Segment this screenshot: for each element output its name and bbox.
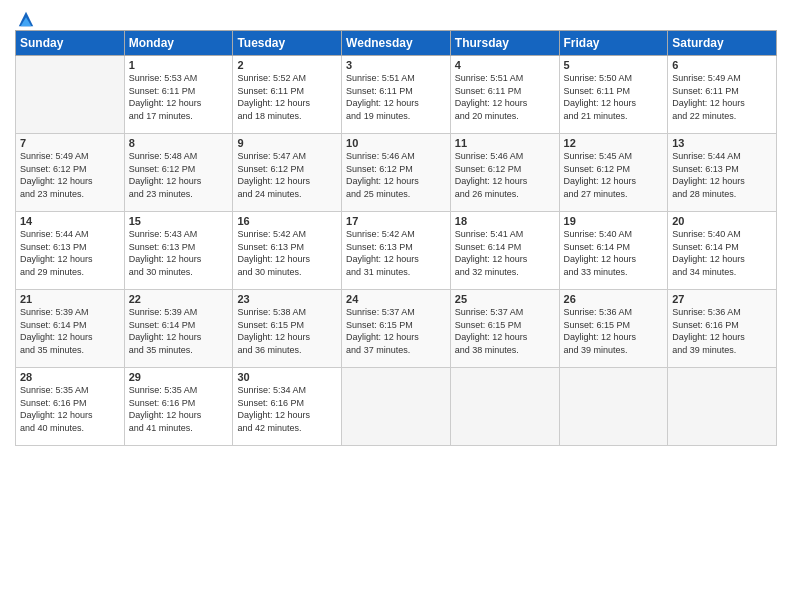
calendar-cell: 1Sunrise: 5:53 AM Sunset: 6:11 PM Daylig…: [124, 56, 233, 134]
calendar-cell: 30Sunrise: 5:34 AM Sunset: 6:16 PM Dayli…: [233, 368, 342, 446]
day-number: 14: [20, 215, 120, 227]
calendar-cell: 29Sunrise: 5:35 AM Sunset: 6:16 PM Dayli…: [124, 368, 233, 446]
col-header-sunday: Sunday: [16, 31, 125, 56]
day-number: 9: [237, 137, 337, 149]
day-number: 8: [129, 137, 229, 149]
day-info: Sunrise: 5:35 AM Sunset: 6:16 PM Dayligh…: [129, 384, 229, 434]
day-number: 4: [455, 59, 555, 71]
day-number: 16: [237, 215, 337, 227]
calendar-cell: [450, 368, 559, 446]
day-number: 28: [20, 371, 120, 383]
calendar-cell: 28Sunrise: 5:35 AM Sunset: 6:16 PM Dayli…: [16, 368, 125, 446]
calendar-header-row: SundayMondayTuesdayWednesdayThursdayFrid…: [16, 31, 777, 56]
day-info: Sunrise: 5:34 AM Sunset: 6:16 PM Dayligh…: [237, 384, 337, 434]
calendar-cell: 2Sunrise: 5:52 AM Sunset: 6:11 PM Daylig…: [233, 56, 342, 134]
calendar-cell: 13Sunrise: 5:44 AM Sunset: 6:13 PM Dayli…: [668, 134, 777, 212]
day-info: Sunrise: 5:49 AM Sunset: 6:12 PM Dayligh…: [20, 150, 120, 200]
col-header-saturday: Saturday: [668, 31, 777, 56]
calendar-cell: 21Sunrise: 5:39 AM Sunset: 6:14 PM Dayli…: [16, 290, 125, 368]
day-number: 6: [672, 59, 772, 71]
day-number: 17: [346, 215, 446, 227]
calendar-cell: 14Sunrise: 5:44 AM Sunset: 6:13 PM Dayli…: [16, 212, 125, 290]
calendar-cell: 17Sunrise: 5:42 AM Sunset: 6:13 PM Dayli…: [342, 212, 451, 290]
calendar-cell: 10Sunrise: 5:46 AM Sunset: 6:12 PM Dayli…: [342, 134, 451, 212]
calendar-cell: 26Sunrise: 5:36 AM Sunset: 6:15 PM Dayli…: [559, 290, 668, 368]
day-info: Sunrise: 5:36 AM Sunset: 6:16 PM Dayligh…: [672, 306, 772, 356]
calendar-week-row: 14Sunrise: 5:44 AM Sunset: 6:13 PM Dayli…: [16, 212, 777, 290]
day-info: Sunrise: 5:44 AM Sunset: 6:13 PM Dayligh…: [672, 150, 772, 200]
calendar-cell: 18Sunrise: 5:41 AM Sunset: 6:14 PM Dayli…: [450, 212, 559, 290]
day-info: Sunrise: 5:47 AM Sunset: 6:12 PM Dayligh…: [237, 150, 337, 200]
day-number: 11: [455, 137, 555, 149]
calendar-cell: 12Sunrise: 5:45 AM Sunset: 6:12 PM Dayli…: [559, 134, 668, 212]
day-info: Sunrise: 5:46 AM Sunset: 6:12 PM Dayligh…: [346, 150, 446, 200]
calendar-cell: 19Sunrise: 5:40 AM Sunset: 6:14 PM Dayli…: [559, 212, 668, 290]
calendar-cell: 5Sunrise: 5:50 AM Sunset: 6:11 PM Daylig…: [559, 56, 668, 134]
day-number: 7: [20, 137, 120, 149]
col-header-friday: Friday: [559, 31, 668, 56]
day-info: Sunrise: 5:39 AM Sunset: 6:14 PM Dayligh…: [20, 306, 120, 356]
day-number: 2: [237, 59, 337, 71]
calendar-cell: 25Sunrise: 5:37 AM Sunset: 6:15 PM Dayli…: [450, 290, 559, 368]
day-info: Sunrise: 5:46 AM Sunset: 6:12 PM Dayligh…: [455, 150, 555, 200]
calendar-week-row: 1Sunrise: 5:53 AM Sunset: 6:11 PM Daylig…: [16, 56, 777, 134]
calendar-cell: 11Sunrise: 5:46 AM Sunset: 6:12 PM Dayli…: [450, 134, 559, 212]
header: [15, 10, 777, 24]
day-info: Sunrise: 5:39 AM Sunset: 6:14 PM Dayligh…: [129, 306, 229, 356]
day-number: 23: [237, 293, 337, 305]
calendar-cell: 7Sunrise: 5:49 AM Sunset: 6:12 PM Daylig…: [16, 134, 125, 212]
calendar-week-row: 7Sunrise: 5:49 AM Sunset: 6:12 PM Daylig…: [16, 134, 777, 212]
calendar-cell: 16Sunrise: 5:42 AM Sunset: 6:13 PM Dayli…: [233, 212, 342, 290]
calendar-cell: 9Sunrise: 5:47 AM Sunset: 6:12 PM Daylig…: [233, 134, 342, 212]
day-number: 29: [129, 371, 229, 383]
day-number: 20: [672, 215, 772, 227]
day-info: Sunrise: 5:51 AM Sunset: 6:11 PM Dayligh…: [455, 72, 555, 122]
calendar-cell: 20Sunrise: 5:40 AM Sunset: 6:14 PM Dayli…: [668, 212, 777, 290]
calendar-cell: 3Sunrise: 5:51 AM Sunset: 6:11 PM Daylig…: [342, 56, 451, 134]
day-info: Sunrise: 5:45 AM Sunset: 6:12 PM Dayligh…: [564, 150, 664, 200]
col-header-wednesday: Wednesday: [342, 31, 451, 56]
day-number: 15: [129, 215, 229, 227]
day-number: 30: [237, 371, 337, 383]
calendar-week-row: 28Sunrise: 5:35 AM Sunset: 6:16 PM Dayli…: [16, 368, 777, 446]
day-number: 22: [129, 293, 229, 305]
calendar-week-row: 21Sunrise: 5:39 AM Sunset: 6:14 PM Dayli…: [16, 290, 777, 368]
calendar-cell: 15Sunrise: 5:43 AM Sunset: 6:13 PM Dayli…: [124, 212, 233, 290]
day-number: 10: [346, 137, 446, 149]
col-header-tuesday: Tuesday: [233, 31, 342, 56]
calendar-cell: [668, 368, 777, 446]
day-number: 13: [672, 137, 772, 149]
calendar-cell: [342, 368, 451, 446]
calendar-cell: [559, 368, 668, 446]
calendar-cell: 8Sunrise: 5:48 AM Sunset: 6:12 PM Daylig…: [124, 134, 233, 212]
day-info: Sunrise: 5:41 AM Sunset: 6:14 PM Dayligh…: [455, 228, 555, 278]
day-info: Sunrise: 5:48 AM Sunset: 6:12 PM Dayligh…: [129, 150, 229, 200]
day-number: 25: [455, 293, 555, 305]
calendar-cell: [16, 56, 125, 134]
calendar-table: SundayMondayTuesdayWednesdayThursdayFrid…: [15, 30, 777, 446]
day-info: Sunrise: 5:37 AM Sunset: 6:15 PM Dayligh…: [346, 306, 446, 356]
day-info: Sunrise: 5:42 AM Sunset: 6:13 PM Dayligh…: [237, 228, 337, 278]
day-number: 26: [564, 293, 664, 305]
calendar-cell: 6Sunrise: 5:49 AM Sunset: 6:11 PM Daylig…: [668, 56, 777, 134]
day-info: Sunrise: 5:40 AM Sunset: 6:14 PM Dayligh…: [564, 228, 664, 278]
day-info: Sunrise: 5:51 AM Sunset: 6:11 PM Dayligh…: [346, 72, 446, 122]
page-container: SundayMondayTuesdayWednesdayThursdayFrid…: [0, 0, 792, 612]
day-number: 5: [564, 59, 664, 71]
day-info: Sunrise: 5:53 AM Sunset: 6:11 PM Dayligh…: [129, 72, 229, 122]
col-header-monday: Monday: [124, 31, 233, 56]
day-info: Sunrise: 5:38 AM Sunset: 6:15 PM Dayligh…: [237, 306, 337, 356]
calendar-cell: 4Sunrise: 5:51 AM Sunset: 6:11 PM Daylig…: [450, 56, 559, 134]
logo-icon: [17, 10, 35, 28]
day-number: 18: [455, 215, 555, 227]
day-info: Sunrise: 5:36 AM Sunset: 6:15 PM Dayligh…: [564, 306, 664, 356]
calendar-cell: 22Sunrise: 5:39 AM Sunset: 6:14 PM Dayli…: [124, 290, 233, 368]
day-number: 12: [564, 137, 664, 149]
day-info: Sunrise: 5:42 AM Sunset: 6:13 PM Dayligh…: [346, 228, 446, 278]
day-info: Sunrise: 5:35 AM Sunset: 6:16 PM Dayligh…: [20, 384, 120, 434]
day-info: Sunrise: 5:37 AM Sunset: 6:15 PM Dayligh…: [455, 306, 555, 356]
day-info: Sunrise: 5:52 AM Sunset: 6:11 PM Dayligh…: [237, 72, 337, 122]
day-number: 19: [564, 215, 664, 227]
day-info: Sunrise: 5:49 AM Sunset: 6:11 PM Dayligh…: [672, 72, 772, 122]
calendar-cell: 24Sunrise: 5:37 AM Sunset: 6:15 PM Dayli…: [342, 290, 451, 368]
